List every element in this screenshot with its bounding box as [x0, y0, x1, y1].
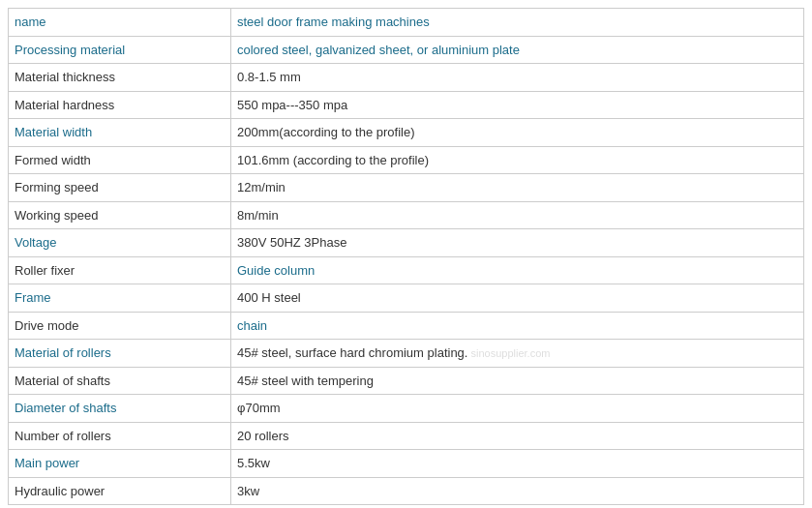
- cell-value: 45# steel, surface hard chromium plating…: [231, 340, 804, 368]
- cell-value: 20 rollers: [231, 422, 804, 450]
- cell-value: 8m/min: [231, 201, 804, 229]
- table-row: Voltage380V 50HZ 3Phase: [9, 229, 804, 257]
- table-row: Hydraulic power3kw: [9, 477, 804, 505]
- table-row: Forming speed12m/min: [9, 174, 804, 202]
- cell-name: Number of rollers: [9, 422, 231, 450]
- table-row: Number of rollers20 rollers: [9, 422, 804, 450]
- cell-name: Material of shafts: [9, 367, 231, 395]
- cell-name: Main power: [9, 450, 231, 478]
- cell-name: Processing material: [9, 36, 231, 64]
- cell-name: Roller fixer: [9, 256, 231, 284]
- cell-name: Material thickness: [9, 64, 231, 92]
- cell-value: 200mm(according to the profile): [231, 119, 804, 147]
- table-row: Formed width101.6mm (according to the pr…: [9, 146, 804, 174]
- cell-value: φ70mm: [231, 395, 804, 423]
- cell-name: Diameter of shafts: [9, 395, 231, 423]
- cell-name: Material hardness: [9, 91, 231, 119]
- table-row: Material of shafts45# steel with temperi…: [9, 367, 804, 395]
- table-row: Drive modechain: [9, 312, 804, 340]
- cell-name: Material of rollers: [9, 340, 231, 368]
- table-row: Frame400 H steel: [9, 284, 804, 313]
- table-row: Material hardness550 mpa---350 mpa: [9, 91, 804, 119]
- cell-value: chain: [231, 312, 804, 340]
- cell-name: Hydraulic power: [9, 477, 231, 505]
- cell-name: Forming speed: [9, 174, 231, 202]
- cell-value: 45# steel with tempering: [231, 367, 804, 395]
- cell-value: 400 H steel: [231, 284, 804, 313]
- table-row: namesteel door frame making machines: [9, 9, 804, 37]
- cell-value: 0.8-1.5 mm: [231, 64, 804, 92]
- cell-value: 550 mpa---350 mpa: [231, 91, 804, 119]
- table-row: Diameter of shaftsφ70mm: [9, 395, 804, 423]
- cell-name: Working speed: [9, 201, 231, 229]
- cell-name: Frame: [9, 284, 231, 313]
- cell-value: 12m/min: [231, 174, 804, 202]
- table-row: Working speed8m/min: [9, 201, 804, 229]
- cell-name: Formed width: [9, 146, 231, 174]
- table-row: Material width200mm(according to the pro…: [9, 119, 804, 147]
- cell-value: steel door frame making machines: [231, 9, 804, 37]
- table-row: Main power5.5kw: [9, 450, 804, 478]
- cell-value: 5.5kw: [231, 450, 804, 478]
- cell-name: Material width: [9, 119, 231, 147]
- cell-value: colored steel, galvanized sheet, or alum…: [231, 36, 804, 64]
- cell-value: Guide column: [231, 256, 804, 284]
- cell-value: 101.6mm (according to the profile): [231, 146, 804, 174]
- specs-table: namesteel door frame making machinesProc…: [8, 8, 804, 505]
- cell-value: 3kw: [231, 477, 804, 505]
- table-row: Material of rollers45# steel, surface ha…: [9, 340, 804, 368]
- table-row: Processing materialcolored steel, galvan…: [9, 36, 804, 64]
- cell-value: 380V 50HZ 3Phase: [231, 229, 804, 257]
- cell-name: Drive mode: [9, 312, 231, 340]
- cell-name: Voltage: [9, 229, 231, 257]
- cell-name: name: [9, 9, 231, 37]
- table-row: Material thickness0.8-1.5 mm: [9, 64, 804, 92]
- table-row: Roller fixerGuide column: [9, 256, 804, 284]
